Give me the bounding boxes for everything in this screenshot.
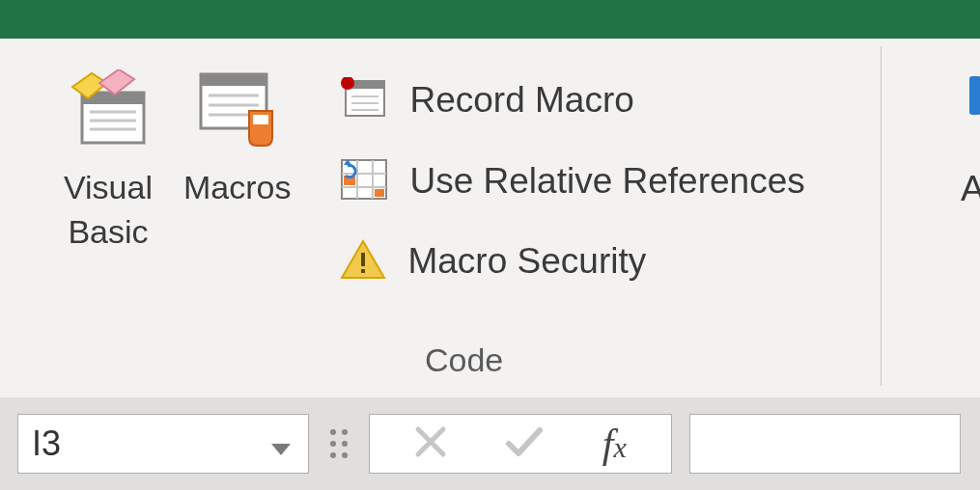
record-macro-label: Record Macro [409,80,633,121]
visual-basic-icon [65,63,152,154]
svg-rect-8 [201,74,266,86]
svg-rect-29 [361,269,365,273]
macro-security-label: Macro Security [407,241,646,282]
group-divider [881,46,882,386]
cancel-icon[interactable] [414,425,447,462]
record-macro-icon [340,77,388,123]
name-box[interactable]: I3 [17,414,309,474]
macro-security-icon [340,239,386,284]
truncated-label: A [961,169,980,209]
svg-rect-12 [253,115,268,124]
visual-basic-button[interactable]: Visual Basic [48,63,168,255]
addins-icon [969,76,980,115]
record-macro-button[interactable]: Record Macro [340,77,804,123]
name-box-value: I3 [32,423,61,464]
formula-buttons: fx [369,414,672,474]
macros-button[interactable]: Macros [168,63,306,210]
relative-references-icon [340,158,388,204]
group-label-code: Code [425,341,503,379]
svg-rect-25 [375,189,384,197]
use-relative-references-label: Use Relative References [409,161,804,202]
svg-marker-30 [271,444,291,455]
svg-rect-28 [361,253,365,266]
macros-icon [193,63,282,154]
formula-input[interactable] [689,414,961,474]
macro-security-button[interactable]: Macro Security [340,239,804,284]
macros-label: Macros [183,166,291,210]
dropdown-icon[interactable] [271,423,291,464]
visual-basic-label: Visual Basic [64,166,153,255]
fx-icon[interactable]: fx [602,421,627,467]
formula-bar: I3 fx [0,397,980,490]
use-relative-references-button[interactable]: Use Relative References [340,158,804,204]
drag-handle-icon[interactable] [330,429,348,458]
enter-icon[interactable] [505,426,544,461]
title-bar [0,0,980,39]
svg-marker-6 [99,69,134,95]
